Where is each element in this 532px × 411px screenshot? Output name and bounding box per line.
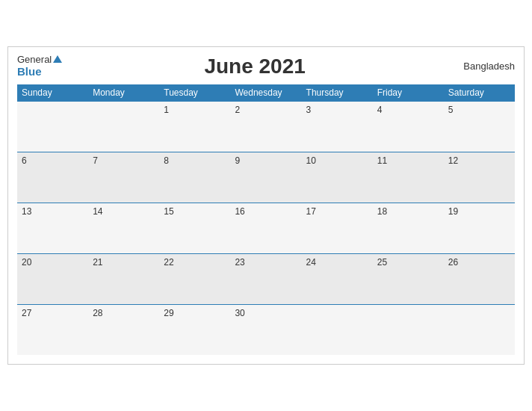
days-header-row: SundayMondayTuesdayWednesdayThursdayFrid…	[17, 84, 515, 102]
week-row-1: 12345	[17, 101, 515, 152]
day-number: 23	[235, 257, 297, 268]
calendar-cell: 5	[444, 101, 515, 152]
day-number: 15	[164, 206, 226, 217]
day-header-friday: Friday	[373, 84, 444, 102]
day-header-sunday: Sunday	[17, 84, 88, 102]
calendar-cell: 22	[159, 253, 230, 304]
calendar-cell	[17, 101, 88, 152]
day-header-saturday: Saturday	[444, 84, 515, 102]
calendar: General Blue June 2021 Bangladesh Sunday…	[7, 46, 525, 365]
week-row-3: 13141516171819	[17, 203, 515, 253]
day-number: 27	[22, 308, 84, 318]
day-number: 13	[22, 206, 84, 217]
day-number: 9	[235, 155, 297, 166]
calendar-cell: 29	[159, 304, 230, 355]
day-number: 1	[164, 105, 226, 115]
calendar-cell: 27	[17, 304, 88, 355]
day-number: 2	[235, 105, 297, 115]
day-number: 19	[448, 206, 510, 217]
week-row-2: 6789101112	[17, 152, 515, 203]
calendar-cell	[444, 304, 515, 355]
calendar-thead: SundayMondayTuesdayWednesdayThursdayFrid…	[17, 84, 515, 102]
calendar-cell: 30	[230, 304, 301, 355]
week-row-4: 20212223242526	[17, 253, 515, 304]
calendar-cell	[373, 304, 444, 355]
day-number: 14	[93, 206, 155, 217]
week-row-5: 27282930	[17, 304, 515, 355]
calendar-cell: 25	[373, 253, 444, 304]
calendar-cell: 9	[230, 152, 301, 203]
calendar-cell: 23	[230, 253, 301, 304]
calendar-country: Bangladesh	[448, 61, 515, 72]
calendar-title: June 2021	[62, 55, 448, 78]
day-number: 11	[377, 155, 439, 166]
day-number: 12	[448, 155, 510, 166]
day-number: 30	[235, 308, 297, 318]
calendar-cell	[88, 101, 159, 152]
day-number: 20	[22, 257, 84, 268]
calendar-cell: 7	[88, 152, 159, 203]
day-number: 16	[235, 206, 297, 217]
logo-triangle-icon	[53, 55, 62, 63]
logo-general-text: General	[17, 55, 62, 65]
calendar-cell: 10	[302, 152, 373, 203]
day-number: 22	[164, 257, 226, 268]
calendar-cell: 28	[88, 304, 159, 355]
day-number: 3	[306, 105, 368, 115]
calendar-cell: 20	[17, 253, 88, 304]
day-number: 26	[448, 257, 510, 268]
calendar-cell: 16	[230, 203, 301, 253]
day-number: 17	[306, 206, 368, 217]
day-number: 18	[377, 206, 439, 217]
day-number: 4	[377, 105, 439, 115]
day-number: 8	[164, 155, 226, 166]
calendar-cell: 19	[444, 203, 515, 253]
calendar-cell: 13	[17, 203, 88, 253]
calendar-cell: 4	[373, 101, 444, 152]
calendar-cell: 14	[88, 203, 159, 253]
calendar-cell: 15	[159, 203, 230, 253]
calendar-table: SundayMondayTuesdayWednesdayThursdayFrid…	[17, 84, 515, 356]
calendar-cell: 24	[302, 253, 373, 304]
day-number: 25	[377, 257, 439, 268]
calendar-cell	[302, 304, 373, 355]
calendar-cell: 2	[230, 101, 301, 152]
calendar-header: General Blue June 2021 Bangladesh	[17, 55, 515, 78]
calendar-cell: 8	[159, 152, 230, 203]
calendar-cell: 26	[444, 253, 515, 304]
day-header-thursday: Thursday	[302, 84, 373, 102]
calendar-cell: 21	[88, 253, 159, 304]
calendar-tbody: 1234567891011121314151617181920212223242…	[17, 101, 515, 355]
calendar-cell: 11	[373, 152, 444, 203]
calendar-cell: 12	[444, 152, 515, 203]
day-number: 5	[448, 105, 510, 115]
calendar-cell: 6	[17, 152, 88, 203]
logo-blue-text: Blue	[17, 66, 62, 78]
calendar-cell: 1	[159, 101, 230, 152]
day-header-monday: Monday	[88, 84, 159, 102]
day-number: 28	[93, 308, 155, 318]
day-number: 24	[306, 257, 368, 268]
day-header-tuesday: Tuesday	[159, 84, 230, 102]
day-number: 21	[93, 257, 155, 268]
logo: General Blue	[17, 55, 62, 78]
day-number: 6	[22, 155, 84, 166]
calendar-cell: 3	[302, 101, 373, 152]
calendar-cell: 17	[302, 203, 373, 253]
day-number: 29	[164, 308, 226, 318]
day-number: 7	[93, 155, 155, 166]
calendar-cell: 18	[373, 203, 444, 253]
day-header-wednesday: Wednesday	[230, 84, 301, 102]
day-number: 10	[306, 155, 368, 166]
